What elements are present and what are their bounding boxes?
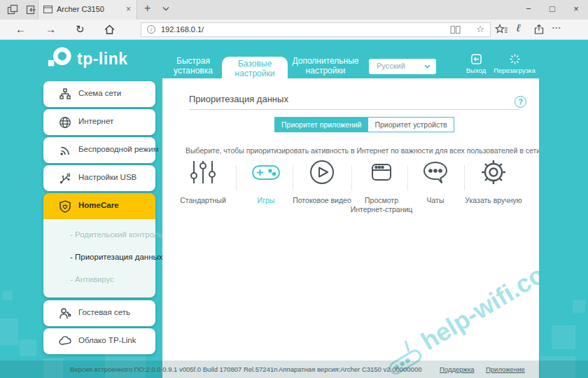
maximize-button[interactable]: □ bbox=[540, 0, 564, 20]
decor-square bbox=[3, 290, 13, 300]
decor-square bbox=[552, 326, 575, 349]
play-circle-icon bbox=[307, 157, 337, 188]
mode-streaming[interactable]: Потоковое видео bbox=[288, 157, 356, 205]
minimize-button[interactable]: − bbox=[517, 0, 540, 20]
gear-icon bbox=[478, 157, 509, 188]
page-favicon-icon bbox=[43, 6, 56, 17]
close-button[interactable]: × bbox=[564, 0, 588, 20]
mode-label: Потоковое видео bbox=[288, 196, 356, 205]
mode-divider bbox=[236, 165, 237, 190]
home-button[interactable] bbox=[104, 24, 115, 35]
submenu-parental-control[interactable]: - Родительский контроль bbox=[70, 230, 163, 239]
watermark-text: help-wifi.com bbox=[416, 248, 539, 356]
tab-device-priority[interactable]: Приоритет устройств bbox=[368, 117, 454, 132]
web-note-pen-icon[interactable]: ℓ bbox=[517, 22, 520, 34]
sidebar-item-tplink-cloud[interactable]: Облако TP-Link bbox=[43, 328, 155, 354]
router-page: tp-link Быстрая установка Базовые настро… bbox=[0, 40, 588, 378]
refresh-button[interactable]: ↻ bbox=[76, 22, 85, 37]
sidebar-item-wireless[interactable]: Беспроводной режим bbox=[43, 137, 155, 163]
app-link[interactable]: Приложение bbox=[486, 365, 525, 373]
sliders-icon bbox=[188, 157, 218, 188]
sidebar-item-label: Облако TP-Link bbox=[78, 336, 136, 344]
tab-close-icon[interactable]: × bbox=[126, 4, 131, 14]
tab-app-priority[interactable]: Приоритет приложений bbox=[274, 117, 368, 132]
mode-label: Чаты bbox=[402, 196, 469, 205]
title-divider bbox=[189, 109, 519, 110]
sidebar-item-internet[interactable]: Интернет bbox=[43, 109, 155, 135]
sidebar-item-label: Гостевая сеть bbox=[78, 308, 130, 316]
sidebar-item-usb[interactable]: Настройки USB bbox=[43, 165, 155, 191]
favorite-star-icon[interactable]: ☆ bbox=[476, 24, 484, 34]
page-title: Приоритезация данных bbox=[189, 94, 288, 104]
mode-chats[interactable]: Чаты bbox=[402, 157, 469, 205]
new-tab-button[interactable]: + bbox=[144, 2, 150, 15]
footer-bar: Версия встроенного ПО:2.0.0 0.9.1 v005f.… bbox=[0, 360, 588, 378]
priority-toggle: Приоритет приложений Приоритет устройств bbox=[274, 117, 454, 132]
decor-square bbox=[573, 300, 585, 313]
reboot-label: Перезагрузка bbox=[491, 66, 538, 74]
more-menu-icon[interactable]: ⋯ bbox=[552, 22, 562, 33]
mode-divider bbox=[293, 165, 293, 190]
browser-tab[interactable]: Archer C3150 × bbox=[38, 0, 137, 20]
chat-bubble-icon bbox=[420, 157, 451, 188]
guest-icon bbox=[59, 307, 71, 320]
url-text: 192.168.0.1/ bbox=[161, 25, 204, 34]
shield-heart-icon bbox=[59, 200, 71, 213]
gamepad-icon bbox=[251, 157, 281, 188]
main-panel: Приоритезация данных ? Приоритет приложе… bbox=[162, 78, 539, 378]
mode-divider bbox=[407, 165, 408, 190]
mode-custom[interactable]: Указать вручную bbox=[460, 157, 527, 205]
sidebar-item-network-map[interactable]: Схема сети bbox=[43, 81, 155, 107]
tab-preview-icon[interactable] bbox=[25, 4, 38, 15]
tplink-logo: tp-link bbox=[46, 46, 128, 72]
hub-favorites-icon[interactable] bbox=[495, 24, 508, 35]
tab-title: Archer C3150 bbox=[57, 5, 104, 13]
browser-window: Archer C3150 × + − □ × ← → ↻ i 192.168.0… bbox=[0, 0, 588, 378]
help-icon[interactable]: ? bbox=[514, 96, 526, 108]
cloud-icon bbox=[59, 335, 71, 346]
logout-button[interactable]: Выход bbox=[461, 53, 491, 74]
mode-divider bbox=[464, 165, 465, 190]
forward-button[interactable]: → bbox=[46, 22, 56, 37]
titlebar: Archer C3150 × + − □ × bbox=[0, 0, 588, 20]
site-info-icon[interactable]: i bbox=[147, 25, 155, 34]
set-tabs-aside-icon[interactable] bbox=[7, 4, 20, 15]
submenu-qos[interactable]: - Приоритезация данных bbox=[70, 253, 163, 261]
usb-icon bbox=[59, 172, 71, 185]
address-bar[interactable]: i 192.168.0.1/ ☆ bbox=[141, 22, 491, 37]
logout-label: Выход bbox=[461, 66, 491, 74]
reboot-icon bbox=[509, 53, 521, 65]
decor-square bbox=[20, 340, 36, 356]
homecare-submenu: - Родительский контроль - Приоритезация … bbox=[43, 219, 155, 298]
tab-advanced-settings[interactable]: Дополнительные настройки bbox=[290, 56, 360, 76]
decor-square bbox=[0, 318, 18, 345]
sidebar-item-homecare[interactable]: HomeCare bbox=[43, 193, 155, 219]
share-icon[interactable] bbox=[533, 24, 545, 35]
sidebar-item-label: HomeCare bbox=[78, 201, 119, 209]
mode-label: Стандартный bbox=[169, 196, 237, 205]
tab-list-chevron-icon[interactable] bbox=[162, 6, 169, 11]
tab-quick-setup[interactable]: Быстрая установка bbox=[163, 56, 223, 76]
chevron-down-icon bbox=[424, 64, 430, 69]
reboot-button[interactable]: Перезагрузка bbox=[491, 53, 538, 74]
language-select[interactable]: Русский bbox=[369, 59, 436, 74]
reading-view-icon[interactable] bbox=[450, 25, 461, 34]
logout-icon bbox=[470, 53, 482, 65]
hardware-version: Аппаратная версия:Archer C3150 v2 000000… bbox=[279, 365, 421, 373]
mode-divider bbox=[351, 165, 352, 190]
globe-icon bbox=[59, 116, 71, 129]
sidebar-item-label: Схема сети bbox=[78, 89, 121, 97]
sidebar-item-label: Беспроводной режим bbox=[78, 145, 159, 153]
tplink-logo-mark bbox=[46, 46, 73, 72]
network-map-icon bbox=[59, 88, 71, 100]
sidebar-item-guest-network[interactable]: Гостевая сеть bbox=[43, 300, 155, 326]
back-button[interactable]: ← bbox=[15, 22, 26, 37]
browser-page-icon bbox=[366, 157, 397, 188]
tplink-logo-text: tp-link bbox=[77, 50, 128, 69]
mode-standard[interactable]: Стандартный bbox=[169, 157, 237, 205]
sidebar: Схема сети Интернет Беспроводной режим Н… bbox=[43, 81, 155, 356]
submenu-antivirus[interactable]: - Антивирус bbox=[70, 275, 114, 284]
sidebar-item-label: Интернет bbox=[78, 117, 113, 125]
tab-basic-settings[interactable]: Базовые настройки bbox=[222, 57, 288, 78]
support-link[interactable]: Поддержка bbox=[440, 365, 475, 373]
